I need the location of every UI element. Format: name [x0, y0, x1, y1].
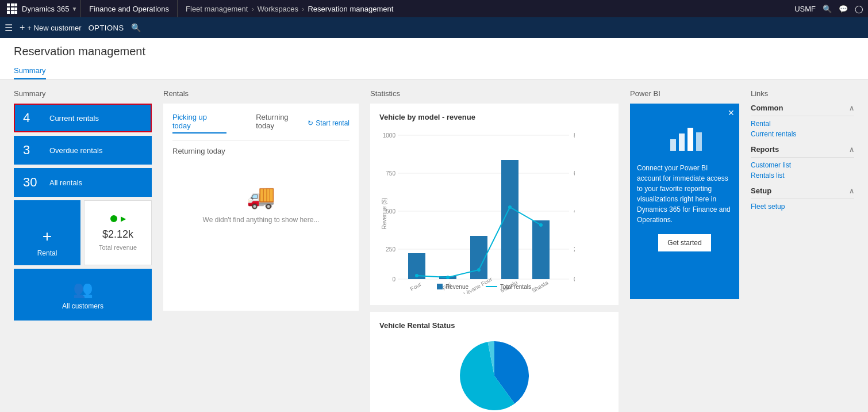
- nav-separator-1: [80, 0, 81, 17]
- returning-tab[interactable]: Returning today: [256, 113, 308, 133]
- powerbi-section: Power BI ✕ Connect your Power BI account…: [630, 89, 739, 412]
- empty-message: We didn't find anything to show here...: [184, 216, 338, 224]
- pie-chart-title: Vehicle Rental Status: [379, 321, 609, 330]
- plus-icon: +: [43, 227, 52, 246]
- options-button[interactable]: OPTIONS: [89, 24, 124, 32]
- svg-text:250: 250: [386, 246, 395, 253]
- statistics-title: Statistics: [370, 89, 619, 98]
- all-rentals-tile[interactable]: 30 All rentals: [14, 168, 152, 197]
- svg-text:Four: Four: [409, 281, 423, 292]
- top-nav: Dynamics 365 ▼ Finance and Operations Fl…: [0, 0, 868, 17]
- picking-up-tab[interactable]: Picking up today: [172, 113, 226, 133]
- user-icon[interactable]: ◯: [855, 5, 863, 13]
- current-rentals-number: 4: [23, 110, 44, 125]
- start-rental-label: Start rental: [316, 119, 349, 127]
- returning-today-label: Returning today: [172, 147, 349, 155]
- point-fuji: [446, 276, 450, 279]
- overdue-rentals-number: 3: [23, 143, 44, 158]
- summary-title: Summary: [14, 89, 152, 98]
- app-name[interactable]: Dynamics 365: [22, 5, 69, 13]
- svg-text:Revenue: Revenue: [445, 284, 468, 290]
- links-group-common: Common ∧ Rental Current rentals: [751, 104, 854, 138]
- refresh-icon: ↻: [308, 119, 313, 127]
- app-grid-icon[interactable]: [5, 3, 20, 14]
- overdue-rentals-label: Overdue rentals: [49, 146, 103, 155]
- app-chevron: ▼: [71, 6, 77, 12]
- page-tabs: Summary: [14, 63, 854, 79]
- svg-text:80: 80: [574, 132, 575, 139]
- action-tiles: + Rental ▶ $2.12k Total revenue: [14, 200, 152, 265]
- setup-group-header[interactable]: Setup ∧: [751, 186, 854, 199]
- menu-icon[interactable]: ☰: [5, 22, 13, 33]
- rental-tile[interactable]: + Rental: [14, 200, 80, 265]
- main-content: Summary 4 Current rentals 3 Overdue rent…: [0, 80, 868, 412]
- svg-text:1000: 1000: [383, 132, 396, 139]
- legend-revenue-box: [437, 284, 443, 289]
- svg-rect-23: [670, 139, 676, 151]
- revenue-tile[interactable]: ▶ $2.12k Total revenue: [84, 200, 152, 265]
- reports-group-header[interactable]: Reports ∧: [751, 145, 854, 158]
- bc-sep-1: ›: [251, 5, 254, 13]
- powerbi-close-button[interactable]: ✕: [728, 108, 735, 117]
- link-fleet-setup[interactable]: Fleet setup: [751, 203, 854, 211]
- bar-chart-svg: 1000 750 500 250 0 80 60 40 20 0: [379, 127, 575, 294]
- page-title: Reservation management: [14, 45, 854, 58]
- link-current-rentals[interactable]: Current rentals: [751, 130, 854, 138]
- new-customer-button[interactable]: + + New customer: [20, 22, 82, 33]
- powerbi-panel: ✕ Connect your Power BI account for imme…: [630, 104, 739, 299]
- tab-summary[interactable]: Summary: [14, 63, 46, 79]
- summary-section: Summary 4 Current rentals 3 Overdue rent…: [14, 89, 152, 412]
- pie-chart-panel: Vehicle Rental Status Rented: [370, 312, 619, 412]
- fo-label[interactable]: Finance and Operations: [82, 5, 176, 13]
- rev-play-icon: ▶: [121, 215, 126, 223]
- svg-text:60: 60: [574, 170, 575, 177]
- rentals-section: Rentals Picking up today Returning today…: [163, 89, 359, 412]
- setup-chevron: ∧: [849, 187, 854, 195]
- svg-text:Shasta: Shasta: [531, 279, 550, 293]
- empty-state: 🚚 We didn't find anything to show here..…: [172, 160, 349, 247]
- bc-current[interactable]: Reservation management: [308, 5, 393, 13]
- svg-rect-26: [696, 132, 702, 151]
- powerbi-description: Connect your Power BI account for immedi…: [637, 163, 732, 225]
- common-chevron: ∧: [849, 104, 854, 112]
- rentals-tabs: Picking up today Returning today: [172, 113, 308, 133]
- all-rentals-label: All rentals: [49, 178, 82, 187]
- rentals-panel: Picking up today Returning today ↻ Start…: [163, 104, 359, 311]
- svg-text:40: 40: [574, 208, 575, 215]
- reports-label: Reports: [751, 145, 779, 154]
- customers-icon: 👥: [73, 280, 93, 299]
- chat-icon[interactable]: 💬: [839, 5, 848, 13]
- powerbi-title: Power BI: [630, 89, 739, 98]
- search-icon[interactable]: 🔍: [823, 5, 832, 13]
- start-rental-button[interactable]: ↻ Start rental: [308, 119, 349, 127]
- rev-label: Total revenue: [93, 244, 143, 257]
- toolbar-search-icon[interactable]: 🔍: [131, 23, 141, 32]
- all-customers-tile[interactable]: 👥 All customers: [14, 269, 152, 321]
- point-litvane: [477, 268, 481, 272]
- bc-fleet[interactable]: Fleet management: [186, 5, 248, 13]
- all-customers-label: All customers: [62, 302, 103, 310]
- powerbi-cta-button[interactable]: Get started: [658, 234, 710, 251]
- nav-separator-2: [177, 0, 178, 17]
- rental-label: Rental: [37, 249, 57, 257]
- link-rental[interactable]: Rental: [751, 120, 854, 128]
- bar-shasta: [532, 220, 550, 279]
- bc-workspaces[interactable]: Workspaces: [258, 5, 298, 13]
- rentals-title: Rentals: [163, 89, 359, 98]
- link-customer-list[interactable]: Customer list: [751, 161, 854, 169]
- page-header: Reservation management Summary: [0, 38, 868, 80]
- bar-chart-title: Vehicle by model - revenue: [379, 113, 609, 121]
- link-rentals-list[interactable]: Rentals list: [751, 171, 854, 180]
- statistics-section: Statistics Vehicle by model - revenue 10…: [370, 89, 619, 412]
- links-group-setup: Setup ∧ Fleet setup: [751, 186, 854, 211]
- svg-rect-24: [679, 133, 685, 151]
- pie-chart-svg: [460, 341, 529, 410]
- links-section: Links Common ∧ Rental Current rentals Re…: [751, 89, 854, 412]
- common-group-header[interactable]: Common ∧: [751, 104, 854, 116]
- current-rentals-tile[interactable]: 4 Current rentals: [14, 104, 152, 132]
- overdue-rentals-tile[interactable]: 3 Overdue rentals: [14, 136, 152, 165]
- point-shasta: [539, 223, 543, 227]
- user-label[interactable]: USMF: [794, 5, 816, 13]
- point-makalu: [508, 205, 512, 209]
- svg-text:0: 0: [574, 276, 575, 283]
